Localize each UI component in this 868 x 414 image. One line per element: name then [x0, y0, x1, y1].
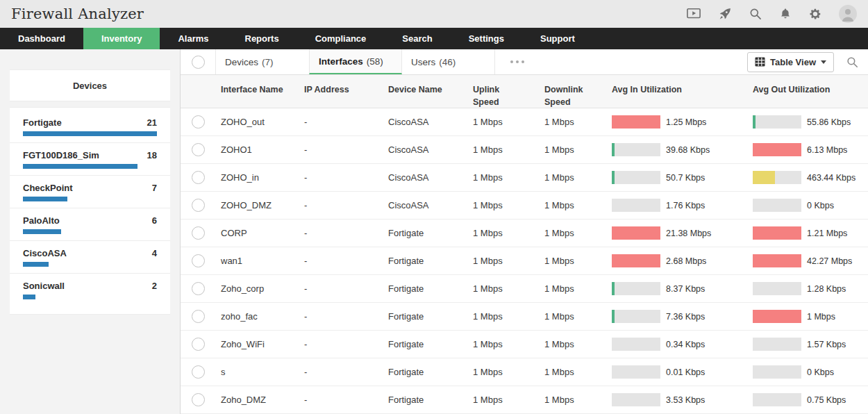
interface-name[interactable]: CORP [215, 228, 299, 238]
interface-name[interactable]: s [215, 367, 299, 377]
downlink-speed: 1 Mbps [539, 395, 606, 405]
utilization-bar [753, 143, 801, 156]
downlink-speed: 1 Mbps [539, 117, 606, 127]
more-tabs-button[interactable] [510, 49, 524, 74]
row-select-radio[interactable] [192, 365, 205, 379]
row-radio-cell [181, 254, 215, 267]
tab-label: Users [411, 57, 435, 67]
ip-address: - [299, 256, 383, 266]
row-radio-cell [181, 393, 215, 406]
utilization-value: 1.28 Kbps [807, 284, 846, 294]
gear-icon[interactable] [808, 7, 822, 21]
avg-out-utilization: 463.44 Kbps [747, 171, 868, 184]
row-select-radio[interactable] [192, 254, 205, 267]
row-select-radio[interactable] [192, 226, 205, 240]
device-list-item[interactable]: CheckPoint7 [10, 176, 170, 208]
uplink-speed: 1 Mbps [467, 228, 539, 238]
uplink-speed: 1 Mbps [467, 256, 539, 266]
column-header-dev[interactable]: Device Name [383, 84, 467, 108]
nav-item-dashboard[interactable]: Dashboard [0, 28, 83, 49]
rocket-icon[interactable] [718, 7, 732, 21]
interface-name[interactable]: Zoho_WiFi [215, 339, 299, 349]
row-select-radio[interactable] [192, 282, 205, 295]
app-header: Firewall Analyzer [0, 0, 868, 28]
nav-item-alarms[interactable]: Alarms [160, 28, 226, 49]
device-name: CiscoASA [383, 144, 467, 155]
nav-item-compliance[interactable]: Compliance [297, 28, 385, 49]
avg-in-utilization: 8.37 Kbps [606, 282, 747, 295]
utilization-bar [753, 115, 801, 129]
tab-devices[interactable]: Devices(7) [216, 49, 309, 74]
tab-count: (58) [367, 56, 383, 67]
utilization-bar-fill [612, 282, 615, 295]
interface-name[interactable]: zoho_fac [215, 311, 299, 322]
table-body: ZOHO_out-CiscoASA1 Mbps1 Mbps1.25 Mbps55… [181, 108, 868, 414]
row-select-radio[interactable] [192, 310, 205, 323]
column-header-up[interactable]: Uplink Speed [467, 84, 539, 108]
uplink-speed: 1 Mbps [467, 395, 539, 405]
uplink-speed: 1 Mbps [467, 200, 539, 210]
nav-item-support[interactable]: Support [522, 28, 593, 49]
ip-address: - [299, 117, 383, 127]
ip-address: - [299, 200, 383, 210]
select-all-radio[interactable] [192, 56, 205, 69]
main-panel: Devices(7)Interfaces(58)Users(46) Table … [181, 49, 868, 414]
nav-item-inventory[interactable]: Inventory [83, 28, 160, 49]
nav-item-reports[interactable]: Reports [227, 28, 297, 49]
utilization-value: 21.38 Mbps [666, 229, 711, 238]
device-list-item[interactable]: PaloAlto6 [10, 208, 170, 241]
interface-name[interactable]: ZOHO_DMZ [215, 200, 299, 210]
presentation-icon[interactable] [686, 7, 701, 21]
device-row: CiscoASA4 [23, 248, 157, 258]
uplink-speed: 1 Mbps [467, 367, 539, 377]
interface-name[interactable]: ZOHO_out [215, 117, 299, 127]
device-list-item[interactable]: Sonicwall2 [10, 274, 170, 306]
interface-name[interactable]: Zoho_DMZ [215, 395, 299, 405]
device-list-item[interactable]: FGT100D186_Sim18 [10, 143, 170, 176]
device-name: Fortigate [383, 339, 467, 349]
table-view-button[interactable]: Table View [747, 52, 834, 72]
bell-icon[interactable] [779, 7, 792, 21]
main-nav: DashboardInventoryAlarmsReportsComplianc… [0, 28, 868, 49]
tab-interfaces[interactable]: Interfaces(58) [309, 49, 402, 74]
row-select-radio[interactable] [192, 393, 205, 406]
utilization-bar [612, 365, 660, 379]
user-avatar[interactable] [839, 5, 857, 23]
avg-out-utilization: 0 Kbps [747, 365, 868, 379]
sidebar-devices-title: Devices [10, 69, 170, 101]
downlink-speed: 1 Mbps [539, 228, 606, 238]
row-select-radio[interactable] [192, 115, 205, 129]
utilization-value: 0 Kbps [807, 367, 834, 377]
device-row: PaloAlto6 [23, 215, 157, 226]
header-radio-spacer [181, 84, 215, 108]
table-search-icon[interactable] [846, 56, 859, 69]
column-header-down[interactable]: Downlink Speed [539, 84, 606, 108]
tab-count: (7) [262, 57, 274, 67]
interface-name[interactable]: wan1 [215, 256, 299, 266]
nav-item-settings[interactable]: Settings [451, 28, 522, 49]
tab-label: Interfaces [319, 56, 363, 67]
device-name: CiscoASA [383, 172, 467, 183]
column-header-out[interactable]: Avg Out Utilization [747, 84, 868, 108]
column-header-ip[interactable]: IP Address [299, 84, 383, 108]
tab-users[interactable]: Users(46) [402, 49, 495, 74]
device-list: Fortigate21FGT100D186_Sim18CheckPoint7Pa… [10, 107, 170, 315]
row-select-radio[interactable] [192, 199, 205, 212]
search-icon[interactable] [749, 7, 762, 21]
device-list-item[interactable]: Fortigate21 [10, 110, 170, 143]
utilization-bar [753, 338, 801, 351]
row-select-radio[interactable] [192, 143, 205, 156]
row-select-radio[interactable] [192, 338, 205, 351]
row-select-radio[interactable] [192, 171, 205, 184]
downlink-speed: 1 Mbps [539, 283, 606, 294]
column-header-in[interactable]: Avg In Utilization [606, 84, 747, 108]
avg-in-utilization: 0.01 Kbps [606, 365, 747, 379]
utilization-bar-fill [753, 310, 801, 323]
utilization-value: 0 Kbps [807, 201, 834, 210]
interface-name[interactable]: ZOHO_in [215, 172, 299, 183]
device-list-item[interactable]: CiscoASA4 [10, 241, 170, 274]
column-header-name[interactable]: Interface Name [215, 84, 299, 108]
nav-item-search[interactable]: Search [384, 28, 450, 49]
interface-name[interactable]: Zoho_corp [215, 283, 299, 294]
interface-name[interactable]: ZOHO1 [215, 144, 299, 155]
